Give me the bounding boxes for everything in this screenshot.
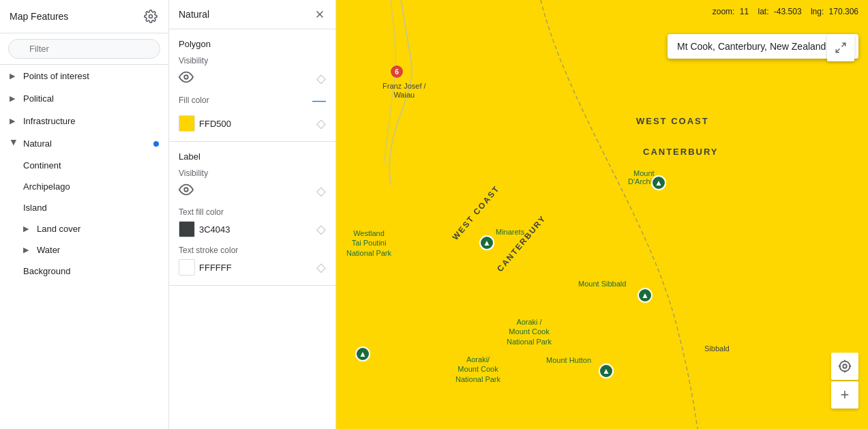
panel-title: Natural: [179, 9, 209, 20]
label-visibility-label: Visibility: [179, 168, 326, 178]
map-area[interactable]: zoom: 11 lat: -43.503 lng: 170.306 Mt Co…: [336, 0, 868, 429]
svg-point-0: [149, 15, 153, 18]
poi-label-sibbald: Mount Sibbald: [578, 280, 626, 288]
svg-point-13: [840, 361, 850, 372]
region-label-canterbury-1: CANTERBURY: [643, 147, 719, 157]
eye-icon: [179, 182, 194, 197]
svg-line-10: [842, 43, 845, 46]
text-stroke-color-swatch[interactable]: [179, 259, 195, 276]
city-label-franz-josef: Franz Josef /Waiau: [383, 82, 426, 100]
fill-color-row: FFD500 ◇: [179, 115, 326, 132]
panel-header: Natural: [169, 0, 335, 29]
sub-item-label: Water: [37, 245, 60, 255]
nav-item-label: Political: [23, 93, 54, 104]
chevron-right-icon: ▶: [10, 94, 18, 103]
sub-item-label: Island: [23, 203, 47, 213]
poi-label-mount-hutton: Mount Hutton: [546, 356, 591, 364]
label-visibility-toggle[interactable]: [179, 182, 194, 199]
fill-color-label: Fill color: [179, 95, 209, 105]
sidebar-subitem-water[interactable]: ▶ Water: [0, 239, 168, 261]
zoom-info: zoom: 11 lat: -43.503 lng: 170.306: [713, 7, 858, 16]
poi-label-minarets: Minarets: [496, 228, 524, 236]
nav-item-label: Infrastructure: [23, 116, 76, 126]
label-section-title: Label: [179, 151, 326, 162]
label-section: Label Visibility ◇ Text fill color 3C404…: [169, 142, 335, 286]
chevron-right-icon: ▶: [23, 246, 31, 254]
chevron-right-icon: ▶: [23, 224, 31, 233]
map-controls: +: [831, 353, 858, 409]
text-fill-color-swatch[interactable]: [179, 221, 195, 237]
chevron-right-icon: ▶: [10, 117, 18, 125]
filter-container: [0, 33, 168, 65]
poi-marker-sibbald: ▲: [638, 288, 653, 303]
sub-item-label: Archipelago: [23, 181, 70, 192]
text-fill-diamond[interactable]: ◇: [316, 222, 326, 237]
zoom-in-button[interactable]: +: [831, 381, 858, 409]
search-value: Mt Cook, Canterbury, New Zealand: [677, 41, 826, 52]
text-fill-color-row: 3C4043 ◇: [179, 221, 326, 237]
sub-item-label: Land cover: [37, 224, 80, 234]
label-visibility-diamond[interactable]: ◇: [316, 183, 326, 198]
nav-item-label: Points of interest: [23, 71, 89, 81]
fill-color-swatch[interactable]: [179, 115, 195, 132]
park-label-westland: WestlandTai PoutiniNational Park: [346, 228, 391, 258]
nav-item-label: Natural: [23, 138, 52, 149]
svg-point-6: [184, 75, 188, 79]
poi-marker-mount-hutton: ▲: [599, 364, 614, 379]
sub-item-label: Background: [23, 266, 70, 276]
sidebar-subitem-island[interactable]: Island: [0, 197, 168, 218]
my-location-button[interactable]: [831, 353, 858, 380]
sidebar-subitem-background[interactable]: Background: [0, 261, 168, 282]
sidebar-header: Map Features: [0, 0, 168, 33]
expand-map-button[interactable]: [827, 34, 854, 61]
sidebar-item-infrastructure[interactable]: ▶ Infrastructure: [0, 110, 168, 132]
text-fill-color-value[interactable]: 3C4043: [199, 224, 230, 235]
chevron-down-icon: ▶: [10, 140, 18, 148]
polygon-section-title: Polygon: [179, 39, 326, 49]
location-pin-franz-josef: 6: [391, 65, 403, 78]
text-stroke-color-row: FFFFFF ◇: [179, 259, 326, 276]
city-label-sibbald: Sibbald: [704, 344, 730, 353]
sidebar-item-points-of-interest[interactable]: ▶ Points of interest: [0, 65, 168, 87]
middle-panel: Natural Polygon Visibility ◇ Fill color …: [169, 0, 336, 429]
poi-marker-minarets: ▲: [479, 235, 494, 250]
expand-icon: [835, 42, 847, 54]
park-label-aoraki-2: Aoraki/Mount CookNational Park: [455, 355, 500, 384]
sidebar-subitem-land-cover[interactable]: ▶ Land cover: [0, 218, 168, 239]
visibility-label: Visibility: [179, 56, 326, 65]
label-visibility-row: ◇: [179, 182, 326, 199]
text-stroke-color-value[interactable]: FFFFFF: [199, 263, 232, 273]
svg-line-11: [836, 49, 839, 53]
active-dot: [153, 141, 159, 147]
settings-button[interactable]: [143, 8, 159, 25]
text-stroke-color-label: Text stroke color: [179, 246, 326, 255]
region-label-canterbury-2: CANTERBURY: [495, 213, 548, 273]
poi-marker-aoraki-partial: ▲: [355, 346, 370, 361]
close-icon: [314, 8, 326, 20]
text-stroke-diamond[interactable]: ◇: [316, 260, 326, 275]
location-icon: [837, 359, 852, 374]
poi-marker-darchiac: ▲: [651, 175, 666, 190]
sidebar-subitem-archipelago[interactable]: Archipelago: [0, 176, 168, 197]
sidebar-item-natural[interactable]: ▶ Natural: [0, 132, 168, 155]
close-button[interactable]: [314, 8, 326, 20]
polygon-section: Polygon Visibility ◇ Fill color — FFD500: [169, 29, 335, 142]
gear-icon: [144, 10, 158, 23]
sidebar-subitem-continent[interactable]: Continent: [0, 155, 168, 176]
polygon-visibility-row: ◇: [179, 70, 326, 87]
fill-color-value[interactable]: FFD500: [199, 119, 231, 129]
svg-point-12: [843, 364, 847, 368]
polygon-visibility-toggle[interactable]: [179, 70, 194, 87]
sidebar-item-political[interactable]: ▶ Political: [0, 87, 168, 110]
sub-item-label: Continent: [23, 160, 61, 171]
polygon-visibility-diamond[interactable]: ◇: [316, 71, 326, 86]
region-label-westcoast-1: WEST COAST: [636, 116, 709, 126]
sidebar: Map Features ▶ Points of interest ▶ P: [0, 0, 169, 429]
park-label-aoraki-1: Aoraki /Mount CookNational Park: [507, 317, 552, 346]
map-info-bar: zoom: 11 lat: -43.503 lng: 170.306: [703, 0, 868, 23]
fill-color-diamond[interactable]: ◇: [316, 116, 326, 131]
region-label-westcoast-2: WEST COAST: [450, 183, 501, 242]
text-fill-color-label: Text fill color: [179, 207, 326, 217]
filter-input[interactable]: [8, 39, 160, 59]
chevron-right-icon: ▶: [10, 72, 18, 80]
